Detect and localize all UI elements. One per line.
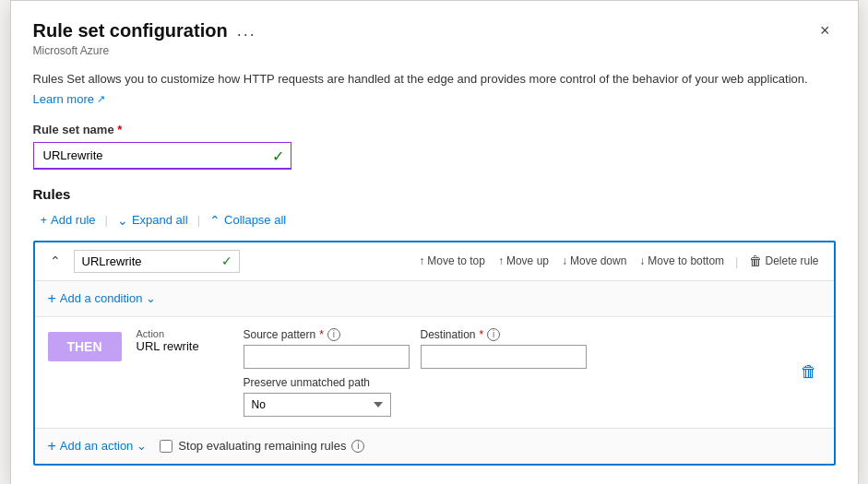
delete-action-button[interactable]: 🗑 [797, 359, 821, 385]
delete-rule-button[interactable]: 🗑 Delete rule [743, 251, 824, 271]
action-fields: Source pattern * i Destination * [244, 328, 782, 417]
delete-action-icon: 🗑 [801, 362, 817, 381]
add-action-plus-icon: + [48, 438, 56, 454]
rule-name-input[interactable] [74, 250, 240, 273]
collapse-all-button[interactable]: ⌃ Collapse all [202, 209, 293, 231]
rule-header: ⌃ ✓ ↑ Move to top ↑ Move up ↓ Move down [35, 242, 834, 281]
then-section: THEN Action URL rewrite Source pattern *… [35, 317, 834, 428]
preserve-select[interactable]: No Yes [244, 393, 391, 417]
move-up-button[interactable]: ↑ Move up [493, 252, 554, 270]
expand-all-button[interactable]: ⌄ Expand all [110, 209, 196, 231]
move-up-icon: ↑ [498, 254, 504, 267]
action-label: Action [137, 328, 229, 339]
expand-all-label: Expand all [132, 213, 188, 227]
destination-info-icon: i [487, 328, 500, 341]
rule-container: ⌃ ✓ ↑ Move to top ↑ Move up ↓ Move down [33, 241, 836, 466]
add-condition-label: Add a condition [60, 291, 143, 305]
learn-more-label: Learn more [33, 92, 94, 106]
then-row: THEN Action URL rewrite Source pattern *… [48, 328, 821, 417]
rules-toolbar: + Add rule | ⌄ Expand all | ⌃ Collapse a… [33, 209, 836, 231]
delete-rule-label: Delete rule [765, 254, 818, 267]
add-rule-label: Add rule [51, 213, 95, 227]
source-pattern-info-icon: i [327, 328, 340, 341]
move-up-label: Move up [506, 254, 549, 267]
move-to-top-button[interactable]: ↑ Move to top [413, 252, 491, 270]
condition-row: + Add a condition ⌄ [35, 281, 834, 317]
add-condition-button[interactable]: + Add a condition ⌄ [48, 290, 157, 307]
rule-set-config-dialog: Rule set configuration ... × Microsoft A… [10, 0, 859, 484]
toolbar-divider-1: | [105, 213, 108, 227]
check-icon: ✓ [272, 147, 284, 164]
rule-name-check-icon: ✓ [221, 254, 232, 268]
toolbar-divider-2: | [197, 213, 200, 227]
action-divider: | [735, 254, 738, 268]
collapse-rule-button[interactable]: ⌃ [44, 251, 66, 271]
rule-body: + Add a condition ⌄ THEN Action URL rewr… [35, 281, 834, 464]
source-pattern-group: Source pattern * i [244, 328, 410, 369]
bottom-actions: + Add an action ⌄ Stop evaluating remain… [35, 428, 834, 464]
action-fields-top-row: Source pattern * i Destination * [244, 328, 782, 369]
then-badge: THEN [48, 332, 122, 361]
add-rule-button[interactable]: + Add rule [33, 209, 103, 230]
add-action-label: Add an action [60, 439, 134, 453]
rules-section-label: Rules [33, 186, 836, 202]
preserve-label: Preserve unmatched path [244, 376, 782, 389]
move-to-bottom-label: Move to bottom [648, 254, 724, 267]
move-to-top-icon: ↑ [419, 254, 424, 267]
add-action-button[interactable]: + Add an action ⌄ [48, 438, 148, 454]
stop-eval-label[interactable]: Stop evaluating remaining rules i [160, 439, 364, 453]
dialog-subtitle: Microsoft Azure [33, 44, 836, 57]
external-link-icon: ↗ [97, 93, 105, 105]
dialog-header: Rule set configuration ... × [33, 19, 836, 42]
learn-more-link[interactable]: Learn more ↗ [33, 92, 105, 106]
move-down-icon: ↓ [562, 254, 567, 267]
source-pattern-label: Source pattern * i [244, 328, 410, 341]
stop-eval-text: Stop evaluating remaining rules [178, 439, 346, 453]
rule-header-actions: ↑ Move to top ↑ Move up ↓ Move down ↓ Mo… [413, 251, 824, 271]
preserve-section: Preserve unmatched path No Yes [244, 376, 782, 417]
plus-icon: + [41, 213, 48, 227]
add-condition-plus-icon: + [48, 290, 56, 307]
stop-eval-info-icon: i [351, 440, 364, 453]
destination-group: Destination * i [421, 328, 587, 369]
trash-icon: 🗑 [749, 254, 762, 268]
ellipsis-button[interactable]: ... [237, 21, 256, 41]
source-pattern-input[interactable] [244, 345, 410, 369]
description-text: Rules Set allows you to customize how HT… [33, 70, 836, 89]
move-to-bottom-button[interactable]: ↓ Move to bottom [634, 252, 730, 270]
dialog-title: Rule set configuration [33, 20, 228, 41]
move-to-bottom-icon: ↓ [639, 254, 645, 267]
collapse-all-label: Collapse all [224, 213, 286, 227]
destination-label: Destination * i [421, 328, 587, 341]
rule-set-name-input[interactable] [33, 142, 291, 170]
add-action-chevron: ⌄ [137, 439, 147, 453]
add-condition-chevron: ⌄ [146, 291, 156, 305]
rule-set-name-wrapper: ✓ [33, 142, 291, 170]
stop-eval-checkbox[interactable] [160, 440, 172, 453]
rule-set-name-label: Rule set name * [33, 123, 836, 136]
expand-icon: ⌄ [117, 213, 128, 228]
move-down-label: Move down [570, 254, 626, 267]
collapse-icon: ⌃ [209, 213, 220, 228]
rule-name-wrapper: ✓ [74, 250, 240, 273]
close-button[interactable]: × [814, 19, 836, 42]
move-to-top-label: Move to top [427, 254, 485, 267]
destination-input[interactable] [421, 345, 587, 369]
action-info: Action URL rewrite [137, 328, 229, 353]
move-down-button[interactable]: ↓ Move down [556, 252, 632, 270]
action-value: URL rewrite [137, 339, 229, 353]
